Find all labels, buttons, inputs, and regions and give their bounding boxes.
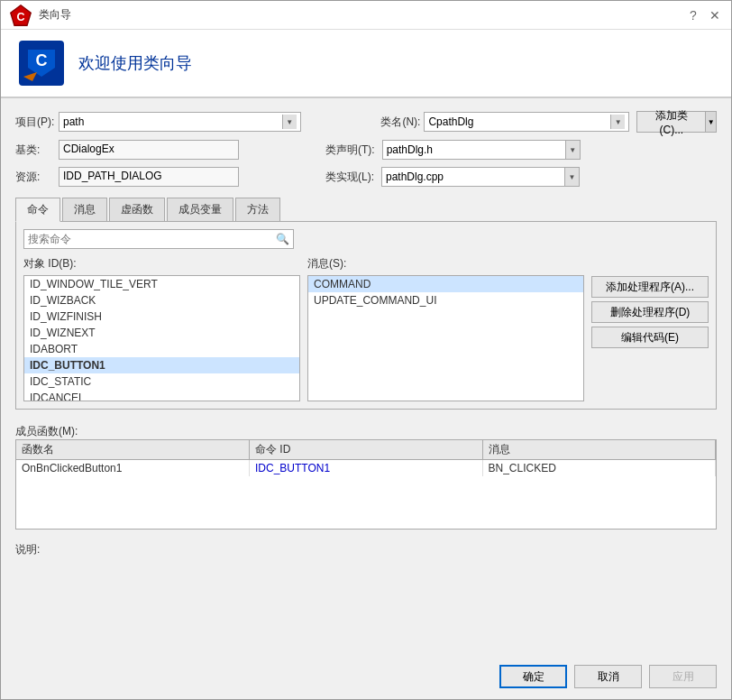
dialog-title: 类向导: [39, 7, 71, 23]
baseclass-declaration-row: 基类: CDialogEx 类声明(T): ▼: [15, 140, 717, 160]
messages-panel: 消息(S): COMMAND UPDATE_COMMAND_UI: [307, 256, 584, 401]
list-item[interactable]: IDCANCEL: [24, 390, 299, 401]
svg-text:C: C: [36, 51, 48, 69]
project-combo[interactable]: path ▼: [59, 112, 301, 132]
list-item[interactable]: IDC_STATIC: [24, 373, 299, 390]
resource-field: IDD_PATH_DIALOG: [59, 167, 239, 187]
search-icon: 🔍: [276, 233, 289, 245]
declaration-label: 类声明(T):: [325, 143, 375, 158]
messages-listbox[interactable]: COMMAND UPDATE_COMMAND_UI: [307, 275, 584, 401]
search-input[interactable]: [28, 233, 276, 245]
svg-text:C: C: [16, 10, 24, 23]
footer: 确定 取消 应用: [1, 658, 731, 699]
members-label: 成员函数(M):: [15, 425, 78, 438]
header-section: C 欢迎使用类向导: [1, 30, 731, 98]
implementation-input[interactable]: [382, 169, 564, 185]
project-classname-row: 项目(P): path ▼ 类名(N): CpathDlg ▼ 添加类(C)..…: [15, 111, 717, 133]
messages-label: 消息(S):: [307, 256, 584, 272]
header-title: 欢迎使用类向导: [78, 52, 192, 74]
description-label: 说明:: [15, 542, 40, 557]
classname-combo[interactable]: CpathDlg ▼: [424, 112, 629, 132]
tab-command[interactable]: 命令: [15, 198, 60, 222]
implementation-arrow[interactable]: ▼: [564, 168, 579, 186]
close-button[interactable]: ✕: [706, 6, 724, 24]
baseclass-field: CDialogEx: [59, 140, 239, 160]
class-wizard-dialog: C 类向导 ? ✕ C 欢迎使用类向导 项目(P): path ▼: [0, 0, 732, 700]
list-item[interactable]: ID_WIZNEXT: [24, 325, 299, 341]
add-class-dropdown-arrow[interactable]: ▼: [705, 111, 717, 133]
tab-content: 🔍 对象 ID(B): ID_WINDOW_TILE_VERT ID_WIZBA…: [15, 222, 717, 410]
resource-value: IDD_PATH_DIALOG: [63, 170, 162, 182]
action-buttons: 添加处理程序(A)... 删除处理程序(D) 编辑代码(E): [591, 256, 709, 401]
resource-label: 资源:: [15, 170, 51, 185]
classname-label: 类名(N):: [380, 115, 416, 130]
list-item[interactable]: ID_WINDOW_TILE_VERT: [24, 276, 299, 292]
objects-label: 对象 ID(B):: [23, 256, 300, 272]
cell-funcname: OnBnClickedButton1: [16, 460, 250, 477]
add-class-wrapper: 添加类(C)... ▼: [636, 111, 717, 133]
title-bar-controls: ? ✕: [684, 6, 724, 24]
tab-message[interactable]: 消息: [62, 198, 107, 221]
baseclass-value: CDialogEx: [63, 143, 114, 155]
project-label: 项目(P):: [15, 115, 51, 130]
cell-message: BN_CLICKED: [482, 460, 716, 477]
title-bar-left: C 类向导: [8, 3, 71, 28]
tab-member-vars[interactable]: 成员变量: [167, 198, 233, 221]
objects-listbox[interactable]: ID_WINDOW_TILE_VERT ID_WIZBACK ID_WIZFIN…: [23, 275, 300, 401]
members-table: 函数名 命令 ID 消息 OnBnClickedButton1 IDC_BUTT…: [16, 440, 716, 476]
list-item[interactable]: ID_WIZBACK: [24, 292, 299, 309]
project-combo-arrow: ▼: [282, 115, 297, 129]
main-content: 项目(P): path ▼ 类名(N): CpathDlg ▼ 添加类(C)..…: [1, 98, 731, 658]
cell-commandid: IDC_BUTTON1: [250, 460, 483, 477]
confirm-button[interactable]: 确定: [499, 665, 567, 688]
project-value: path: [63, 115, 282, 128]
resource-implementation-row: 资源: IDD_PATH_DIALOG 类实现(L): ▼: [15, 167, 717, 187]
delete-handler-button[interactable]: 删除处理程序(D): [591, 301, 709, 323]
help-button[interactable]: ?: [684, 6, 702, 24]
col-message: 消息: [482, 440, 716, 460]
list-item[interactable]: IDABORT: [24, 341, 299, 357]
list-item-selected[interactable]: IDC_BUTTON1: [24, 357, 299, 373]
cancel-button[interactable]: 取消: [574, 665, 642, 688]
search-box[interactable]: 🔍: [23, 229, 294, 249]
tab-virtual[interactable]: 虚函数: [109, 198, 165, 221]
declaration-field[interactable]: ▼: [382, 140, 581, 160]
tabs-container: 命令 消息 虚函数 成员变量 方法 🔍 对象 ID(B): ID_WIN: [15, 198, 717, 410]
edit-code-button[interactable]: 编辑代码(E): [591, 327, 709, 348]
title-bar: C 类向导 ? ✕: [1, 1, 731, 30]
tabs-bar: 命令 消息 虚函数 成员变量 方法: [15, 198, 717, 222]
objects-messages-section: 对象 ID(B): ID_WINDOW_TILE_VERT ID_WIZBACK…: [23, 256, 709, 401]
col-funcname: 函数名: [16, 440, 250, 460]
col-commandid: 命令 ID: [250, 440, 483, 460]
implementation-label: 类实现(L):: [325, 170, 374, 185]
members-table-container: 函数名 命令 ID 消息 OnBnClickedButton1 IDC_BUTT…: [15, 439, 717, 530]
msg-item-update[interactable]: UPDATE_COMMAND_UI: [308, 292, 583, 309]
add-class-button[interactable]: 添加类(C)...: [636, 111, 705, 133]
table-row[interactable]: OnBnClickedButton1 IDC_BUTTON1 BN_CLICKE…: [16, 460, 716, 477]
baseclass-label: 基类:: [15, 143, 51, 158]
msg-item-command[interactable]: COMMAND: [308, 276, 583, 292]
declaration-input[interactable]: [383, 142, 565, 158]
implementation-field[interactable]: ▼: [381, 167, 580, 187]
declaration-arrow[interactable]: ▼: [565, 141, 580, 159]
classname-combo-arrow: ▼: [610, 115, 625, 129]
objects-panel: 对象 ID(B): ID_WINDOW_TILE_VERT ID_WIZBACK…: [23, 256, 300, 401]
app-icon: C: [8, 3, 33, 28]
classname-value: CpathDlg: [428, 115, 610, 128]
tab-methods[interactable]: 方法: [235, 198, 280, 221]
header-logo-icon: C: [19, 41, 64, 86]
list-item[interactable]: ID_WIZFINISH: [24, 309, 299, 325]
add-handler-button[interactable]: 添加处理程序(A)...: [591, 276, 709, 298]
apply-button[interactable]: 应用: [649, 665, 717, 688]
members-section: 成员函数(M): 函数名 命令 ID 消息 OnBnClickedButton1…: [15, 424, 717, 530]
description-section: 说明:: [15, 542, 717, 557]
